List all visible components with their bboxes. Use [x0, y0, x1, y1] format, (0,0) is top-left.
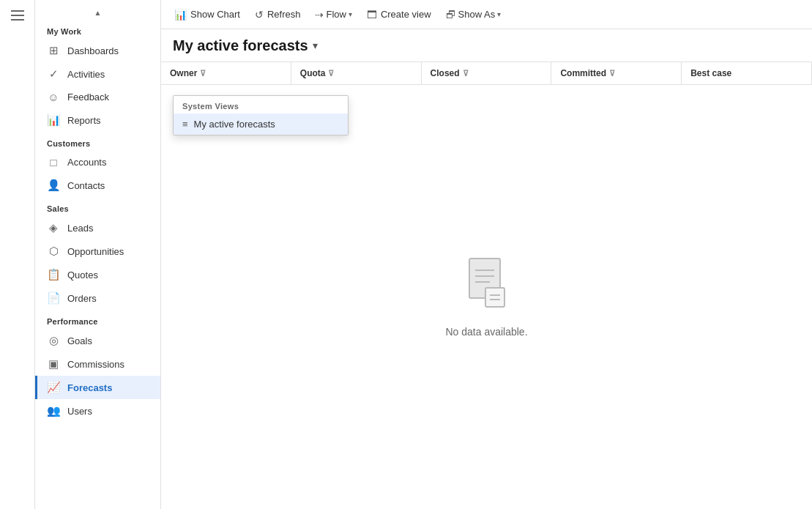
create-view-icon: 🗖 [367, 9, 377, 21]
svg-rect-4 [485, 288, 504, 307]
dropdown-item-my-active-forecasts[interactable]: ≡ My active forecasts [174, 114, 348, 135]
section-sales: Sales [35, 197, 160, 216]
sidebar-item-goals[interactable]: ◎ Goals [35, 329, 160, 352]
col-owner-filter-icon[interactable]: ⊽ [200, 69, 206, 78]
feedback-icon: ☺ [47, 91, 60, 103]
refresh-label: Refresh [267, 9, 301, 20]
section-customers: Customers [35, 132, 160, 151]
sidebar-item-orders[interactable]: 📄 Orders [35, 286, 160, 310]
sidebar-item-label: Quotes [67, 270, 98, 280]
page-header: My active forecasts ▾ System Views ≡ My … [161, 29, 812, 62]
show-as-chevron-icon: ▾ [497, 10, 501, 18]
flow-label: Flow [326, 9, 346, 20]
main-content: 📊 Show Chart ↺ Refresh ⇢ Flow ▾ 🗖 Create… [161, 0, 812, 509]
sidebar-item-label: Leads [67, 223, 93, 234]
sidebar-item-label: Dashboards [67, 45, 119, 56]
col-committed-filter-icon[interactable]: ⊽ [609, 69, 615, 78]
sidebar-item-dashboards[interactable]: ⊞ Dashboards [35, 39, 160, 62]
create-view-button[interactable]: 🗖 Create view [360, 4, 439, 25]
reports-icon: 📊 [47, 114, 60, 127]
show-chart-icon: 📊 [174, 9, 187, 21]
show-as-icon: 🗗 [446, 9, 456, 21]
sidebar-item-opportunities[interactable]: ⬡ Opportunities [35, 239, 160, 263]
col-header-owner: Owner ⊽ [161, 62, 291, 84]
sidebar-item-label: Forecasts [67, 382, 112, 393]
scroll-up-arrow[interactable]: ▲ [35, 6, 160, 20]
accounts-icon: □ [47, 156, 60, 168]
page-title-chevron-icon: ▾ [313, 40, 318, 51]
section-performance: Performance [35, 310, 160, 329]
users-icon: 👥 [47, 404, 60, 417]
col-quota-label: Quota [300, 68, 326, 78]
sidebar-item-contacts[interactable]: 👤 Contacts [35, 174, 160, 197]
col-best-case-label: Best case [690, 68, 731, 78]
dashboards-icon: ⊞ [47, 44, 60, 57]
contacts-icon: 👤 [47, 179, 60, 192]
sidebar-item-commissions[interactable]: ▣ Commissions [35, 352, 160, 376]
section-my-work: My Work [35, 20, 160, 39]
page-title-dropdown-button[interactable]: ▾ [308, 37, 322, 54]
sidebar-item-label: Goals [67, 335, 92, 346]
forecasts-icon: 📈 [47, 381, 60, 394]
sidebar-item-label: Activities [67, 69, 105, 80]
sidebar-item-quotes[interactable]: 📋 Quotes [35, 263, 160, 286]
sidebar-item-label: Commissions [67, 359, 124, 370]
activities-icon: ✓ [47, 67, 60, 81]
col-header-quota: Quota ⊽ [291, 62, 422, 84]
empty-state: No data available. [161, 85, 812, 509]
dropdown-item-icon: ≡ [182, 119, 188, 130]
toolbar: 📊 Show Chart ↺ Refresh ⇢ Flow ▾ 🗖 Create… [161, 0, 812, 29]
nav-toggle[interactable] [0, 0, 35, 509]
flow-icon: ⇢ [315, 9, 324, 21]
show-as-button[interactable]: 🗗 Show As ▾ [439, 4, 509, 25]
commissions-icon: ▣ [47, 357, 60, 371]
sidebar-item-forecasts[interactable]: 📈 Forecasts [35, 376, 160, 399]
hamburger-icon[interactable] [11, 10, 24, 21]
goals-icon: ◎ [47, 334, 60, 347]
col-header-committed: Committed ⊽ [551, 62, 682, 84]
sidebar-item-feedback[interactable]: ☺ Feedback [35, 86, 160, 108]
orders-icon: 📄 [47, 291, 60, 305]
sidebar-item-label: Reports [67, 115, 101, 126]
col-header-best-case: Best case [682, 62, 812, 84]
dropdown-section-label: System Views [174, 96, 348, 114]
col-closed-label: Closed [431, 68, 460, 78]
empty-state-icon [463, 257, 510, 317]
sidebar-item-reports[interactable]: 📊 Reports [35, 108, 160, 132]
sidebar-item-label: Orders [67, 293, 97, 304]
leads-icon: ◈ [47, 221, 60, 234]
refresh-icon: ↺ [255, 9, 264, 21]
show-chart-label: Show Chart [190, 9, 240, 20]
sidebar-item-label: Feedback [67, 92, 109, 103]
sidebar: ▲ My Work ⊞ Dashboards ✓ Activities ☺ Fe… [35, 0, 161, 509]
table-header: Owner ⊽ Quota ⊽ Closed ⊽ Committed ⊽ Bes… [161, 62, 812, 85]
dropdown-item-label: My active forecasts [194, 119, 275, 130]
page-title: My active forecasts [173, 37, 308, 54]
sidebar-item-label: Contacts [67, 180, 105, 191]
refresh-button[interactable]: ↺ Refresh [247, 4, 308, 25]
col-closed-filter-icon[interactable]: ⊽ [463, 69, 469, 78]
sidebar-item-accounts[interactable]: □ Accounts [35, 151, 160, 174]
views-dropdown-menu: System Views ≡ My active forecasts [173, 95, 349, 135]
sidebar-item-label: Accounts [67, 157, 106, 168]
sidebar-item-leads[interactable]: ◈ Leads [35, 216, 160, 239]
empty-state-text: No data available. [445, 326, 527, 338]
show-as-label: Show As [458, 9, 496, 20]
col-owner-label: Owner [170, 68, 197, 78]
col-committed-label: Committed [560, 68, 606, 78]
col-header-closed: Closed ⊽ [422, 62, 552, 84]
flow-chevron-icon: ▾ [349, 10, 352, 18]
flow-button[interactable]: ⇢ Flow ▾ [308, 4, 359, 25]
show-chart-button[interactable]: 📊 Show Chart [167, 4, 247, 25]
quotes-icon: 📋 [47, 268, 60, 281]
create-view-label: Create view [381, 9, 431, 20]
sidebar-item-users[interactable]: 👥 Users [35, 399, 160, 423]
sidebar-item-activities[interactable]: ✓ Activities [35, 62, 160, 86]
sidebar-item-label: Users [67, 406, 92, 417]
col-quota-filter-icon[interactable]: ⊽ [328, 69, 334, 78]
opportunities-icon: ⬡ [47, 245, 60, 258]
sidebar-item-label: Opportunities [67, 246, 124, 257]
